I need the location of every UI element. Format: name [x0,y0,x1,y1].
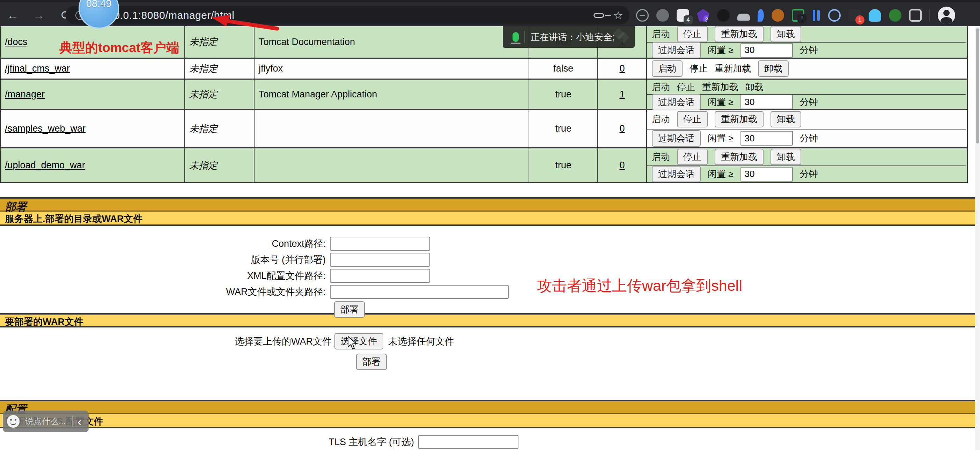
microphone-icon [512,32,519,42]
recorder-extension-icon[interactable]: 1 [848,9,861,22]
browser-toolbar: ← → ⟳ i 127.0.0.1:8080/manager/html ☆ 4 … [0,0,980,26]
meeting-app-logo [614,30,628,44]
upload-deploy-button[interactable]: 部署 [356,354,387,370]
app-path-link[interactable]: /upload_demo_war [5,160,85,171]
hat-extension-icon[interactable] [737,14,750,21]
toolbar-divider [929,9,930,22]
chat-input-placeholder[interactable]: 说点什么... [25,416,66,427]
app-running: true [529,80,598,109]
tomcat-manager-page: /docs 未指定 Tomcat Documentation true 1 启动… [0,26,980,450]
reload-button[interactable]: 重新加载 [715,149,764,165]
app-path-link[interactable]: /manager [5,89,45,100]
annotation-war-shell: 攻击者通过上传war包拿到shell [537,276,742,296]
stop-command-disabled: 停止 [677,81,695,93]
idle-minutes-input[interactable] [740,131,793,146]
address-bar[interactable]: i 127.0.0.1:8080/manager/html ☆ [66,6,630,24]
speaker-name: 小迪安全; [576,32,615,42]
monitor-extension-icon[interactable]: ! [792,9,804,22]
reload-button[interactable]: 重新加载 [715,26,764,42]
blocker-minus-icon[interactable] [636,9,649,22]
reload-command-disabled: 重新加载 [702,81,738,93]
bookmark-star-icon[interactable]: ☆ [613,10,623,21]
reload-button[interactable]: 重新加载 [715,111,764,127]
undeploy-button[interactable]: 卸载 [770,149,801,165]
stop-button[interactable]: 停止 [677,111,708,127]
deploy-section-title: 部署 [0,197,980,211]
no-file-selected-text: 未选择任何文件 [388,335,454,348]
app-path-link[interactable]: /jfinal_cms_war [5,63,70,74]
speaking-label: 正在讲话： [531,32,576,42]
incognito-extension-icon[interactable] [717,9,730,22]
app-version: 未指定 [185,148,255,182]
app-running: false [529,59,598,78]
reload-command-disabled: 重新加载 [715,62,751,75]
undeploy-button[interactable]: 卸载 [770,111,801,127]
photos-badge: 4 [684,15,693,24]
pause-extension-icon[interactable] [812,9,821,22]
idle-minutes-input[interactable] [740,167,793,181]
expire-sessions-button[interactable]: 过期会话 [652,130,701,146]
profile-avatar[interactable] [938,6,955,24]
photos-extension-icon[interactable]: 4 [677,9,689,22]
start-command-disabled: 启动 [652,113,670,125]
app-path-link[interactable]: /docs [5,37,27,48]
undeploy-button[interactable]: 卸载 [758,60,789,77]
deploy-button[interactable]: 部署 [334,301,365,318]
app-display-name [255,110,529,147]
expire-sessions-button[interactable]: 过期会话 [652,94,701,110]
app-display-name: jflyfox [255,59,529,78]
tls-area: TLS 主机名字 (可选) 重复读 [0,428,980,450]
chat-collapse-chevron[interactable]: ‹ [78,416,81,427]
mouse-cursor [347,336,360,350]
war-path-input[interactable] [330,285,509,299]
tls-hostname-label: TLS 主机名字 (可选) [0,436,418,448]
config-section-title: 配置 [0,400,980,414]
undeploy-command-disabled: 卸载 [745,81,764,93]
tls-subsection-title: 重新读取 TLS 配置文件 [0,414,980,428]
stop-button[interactable]: 停止 [677,26,708,42]
app-sessions-link[interactable]: 0 [619,63,625,74]
xml-config-label: XML配置文件路径: [0,270,330,282]
tls-hostname-input[interactable] [418,435,519,449]
idle-minutes-input[interactable] [740,43,793,57]
app-sessions-link[interactable]: 1 [619,89,625,100]
sync-extension-icon[interactable] [828,9,841,22]
extensions-puzzle-icon[interactable] [909,9,922,22]
war-path-label: WAR文件或文件夹路径: [0,286,330,298]
app-path-link[interactable]: /samples_web_war [5,123,86,134]
back-icon[interactable]: ← [5,7,21,23]
start-button[interactable]: 启动 [652,60,682,77]
idle-minutes-input[interactable] [740,95,793,109]
person-extension-icon[interactable] [869,9,881,22]
scrollbar-thumb[interactable] [976,28,979,143]
deploy-subsection-title: 服务器上.部署的目录或WAR文件 [0,211,980,226]
start-command-disabled: 启动 [652,28,670,40]
version-input[interactable] [330,253,430,267]
workspace-extension-icon[interactable]: 32 [697,9,710,22]
xml-config-input[interactable] [330,269,430,283]
app-sessions-link[interactable]: 0 [619,160,625,171]
expire-sessions-button[interactable]: 过期会话 [652,166,701,182]
expire-sessions-button[interactable]: 过期会话 [652,42,701,58]
undeploy-button[interactable]: 卸载 [770,26,801,42]
app-version: 未指定 [185,59,255,78]
recorder-badge: 1 [855,15,864,24]
cookie-extension-icon[interactable] [772,9,784,22]
chat-overlay: 说点什么... ‹ [3,410,89,432]
gray-extension-icon[interactable] [656,9,669,22]
context-path-input[interactable] [330,237,430,251]
monitor-badge: ! [797,14,807,23]
stop-button[interactable]: 停止 [677,149,708,165]
table-row: /manager 未指定 Tomcat Manager Application … [1,80,967,110]
annotation-tomcat-client: 典型的tomcat客户端 [59,39,179,57]
app-display-name: Tomcat Manager Application [255,80,529,109]
pin-extension-icon[interactable] [757,9,764,22]
idle-label: 闲置 ≥ [708,132,733,145]
red-arrow-annotation [209,13,282,33]
emoji-icon[interactable] [7,415,19,428]
app-sessions-link[interactable]: 0 [619,123,625,134]
page-scrollbar[interactable] [975,26,980,450]
eco-extension-icon[interactable] [889,9,902,22]
forward-icon[interactable]: → [31,7,47,23]
password-key-icon[interactable] [593,13,604,18]
